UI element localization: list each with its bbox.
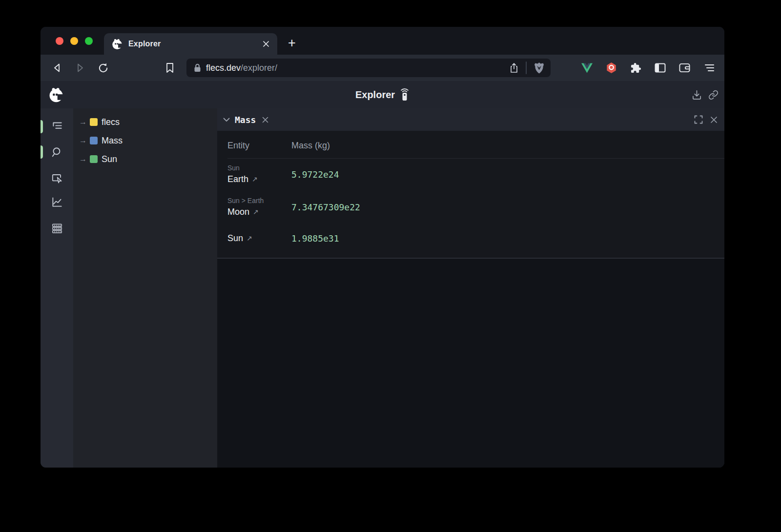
- reload-button[interactable]: [97, 62, 109, 74]
- entity-parent-path: Sun > Earth: [227, 196, 291, 205]
- tab-bar: Explorer +: [41, 27, 724, 55]
- traffic-lights: [56, 37, 93, 45]
- entity-name[interactable]: Earth: [227, 173, 248, 185]
- chevron-down-icon[interactable]: [223, 118, 230, 122]
- bookmark-icon[interactable]: [164, 62, 176, 74]
- page-title: Explorer: [355, 89, 395, 101]
- extensions-puzzle-icon[interactable]: [630, 62, 641, 74]
- browser-tab[interactable]: Explorer: [104, 33, 277, 55]
- forward-button[interactable]: [74, 62, 86, 74]
- tab-title: Explorer: [128, 40, 161, 48]
- inspect-panel-icon[interactable]: [51, 172, 63, 184]
- download-icon[interactable]: [692, 90, 702, 100]
- lock-icon: [194, 63, 201, 72]
- extension-icons: [581, 62, 715, 74]
- divider: [526, 61, 527, 74]
- entity-color-swatch: [90, 155, 98, 163]
- active-panel-indicator: [41, 120, 43, 133]
- query-panel: Mass Entity Mass (kg): [217, 108, 724, 468]
- flecs-logo-icon: [47, 86, 65, 103]
- hexagon-extension-icon[interactable]: [606, 62, 617, 74]
- minimize-window-button[interactable]: [70, 37, 78, 45]
- entity-name[interactable]: Sun: [227, 232, 243, 245]
- new-tab-button[interactable]: +: [288, 36, 296, 55]
- entity-color-swatch: [90, 137, 98, 144]
- goto-entity-icon[interactable]: ↗: [253, 205, 259, 218]
- browser-toolbar: flecs.dev/explorer/: [41, 55, 724, 81]
- mass-value: 1.9885e31: [291, 233, 339, 244]
- active-panel-indicator: [41, 145, 43, 159]
- share-icon[interactable]: [509, 62, 519, 73]
- flecs-favicon-icon: [111, 38, 123, 50]
- back-button[interactable]: [51, 62, 63, 74]
- zoom-window-button[interactable]: [85, 37, 93, 45]
- expand-arrow-icon[interactable]: →: [79, 155, 90, 164]
- brave-shield-icon[interactable]: [534, 62, 545, 74]
- mass-value: 7.34767309e22: [291, 202, 360, 212]
- mass-value: 5.9722e24: [291, 169, 339, 180]
- panel-close-icon[interactable]: [710, 116, 718, 123]
- link-icon[interactable]: [708, 90, 719, 100]
- address-bar[interactable]: flecs.dev/explorer/: [186, 59, 551, 77]
- tree-item-mass[interactable]: → Mass: [73, 131, 217, 150]
- search-panel-icon[interactable]: [51, 146, 63, 159]
- tree-item-label: Sun: [102, 154, 117, 164]
- tree-item-label: Mass: [102, 136, 123, 146]
- expand-arrow-icon[interactable]: →: [79, 136, 90, 145]
- close-window-button[interactable]: [56, 37, 63, 45]
- column-header-entity: Entity: [227, 141, 291, 151]
- table-header-row: Entity Mass (kg): [227, 131, 724, 159]
- vue-devtools-icon[interactable]: [581, 62, 593, 74]
- column-header-mass: Mass (kg): [291, 141, 330, 151]
- query-panel-empty-area: [217, 259, 724, 468]
- entity-parent-path: Sun: [227, 163, 291, 173]
- tree-item-flecs[interactable]: → flecs: [73, 113, 217, 131]
- query-results-table: Entity Mass (kg) Sun Earth ↗ 5.9722e24: [217, 131, 724, 259]
- explorer-header: Explorer: [41, 81, 724, 108]
- goto-entity-icon[interactable]: ↗: [247, 232, 252, 245]
- remote-connection-icon[interactable]: [400, 88, 410, 101]
- memory-panel-icon[interactable]: [51, 222, 63, 235]
- expand-arrow-icon[interactable]: →: [79, 118, 90, 126]
- sidebar-toggle-icon[interactable]: [655, 62, 666, 74]
- tree-panel-icon[interactable]: [51, 120, 63, 133]
- table-row[interactable]: Sun Earth ↗ 5.9722e24: [227, 159, 724, 191]
- table-row[interactable]: Sun > Earth Moon ↗ 7.34767309e22: [227, 191, 724, 224]
- tree-item-sun[interactable]: → Sun: [73, 150, 217, 168]
- query-close-icon[interactable]: [262, 117, 268, 123]
- url-path: /explorer/: [241, 63, 277, 73]
- left-icon-sidebar: [41, 108, 73, 468]
- browser-window: Explorer + flecs.dev/explorer/: [41, 27, 724, 468]
- url-host: flecs.dev: [206, 63, 241, 73]
- query-panel-header: Mass: [217, 108, 724, 131]
- query-title: Mass: [235, 115, 256, 125]
- entity-tree-panel: → flecs → Mass → Sun: [73, 108, 217, 468]
- tab-close-icon[interactable]: [261, 39, 271, 49]
- entity-color-swatch: [90, 118, 98, 126]
- goto-entity-icon[interactable]: ↗: [252, 173, 258, 185]
- entity-name[interactable]: Moon: [227, 205, 249, 218]
- stats-panel-icon[interactable]: [51, 196, 63, 208]
- tree-item-label: flecs: [102, 117, 120, 127]
- menu-icon[interactable]: [703, 62, 715, 74]
- wallet-icon[interactable]: [679, 62, 690, 74]
- table-row[interactable]: Sun ↗ 1.9885e31: [227, 224, 724, 258]
- fullscreen-icon[interactable]: [694, 115, 703, 124]
